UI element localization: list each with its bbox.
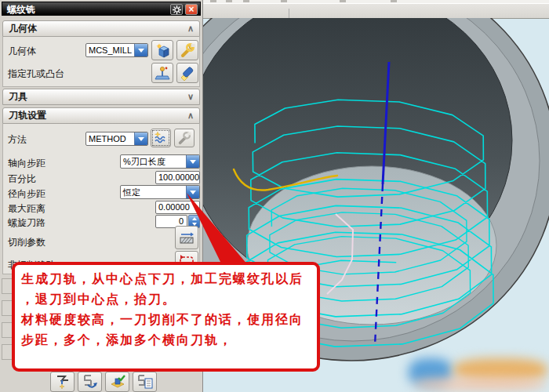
section-header-geometry[interactable]: 几何体 ∧ <box>2 20 200 37</box>
new-method-button[interactable] <box>151 129 171 147</box>
dialog-settings-button[interactable] <box>170 4 183 15</box>
geometry-label: 几何体 <box>8 45 36 58</box>
edit-method-button[interactable] <box>174 129 195 147</box>
hidden-section-stub <box>2 344 12 360</box>
specify-hole-button[interactable] <box>151 63 173 83</box>
section-body-geometry: 几何体 MCS_MILL 指定孔或凸台 <box>2 37 200 87</box>
new-geometry-button[interactable] <box>151 40 173 60</box>
replay-toolpath-button[interactable] <box>78 372 102 392</box>
wrench-disabled-icon <box>177 131 191 145</box>
dropdown-arrow-icon[interactable] <box>186 186 199 198</box>
highlight-button[interactable] <box>176 63 198 83</box>
max-distance-label: 最大距离 <box>8 202 45 216</box>
percent-input[interactable]: 100.00000 <box>155 171 200 184</box>
hidden-section-stub <box>2 300 12 316</box>
edit-geometry-button[interactable] <box>176 40 198 60</box>
callout-line: 材料硬度较高，一刀切削不了的话，使用径向 <box>21 310 311 330</box>
axial-step-select[interactable]: %刃口长度 <box>120 154 200 169</box>
cutting-params-button[interactable] <box>175 226 198 249</box>
dropdown-arrow-icon[interactable] <box>134 44 147 56</box>
wrench-icon <box>180 42 195 58</box>
verify-toolpath-button[interactable] <box>105 372 129 392</box>
section-header-path-settings[interactable]: 刀轨设置 ∧ <box>2 107 200 124</box>
chevron-down-icon[interactable]: ∨ <box>187 89 194 104</box>
hidden-section-stub <box>2 322 12 338</box>
chevron-up-icon[interactable]: ∧ <box>187 108 194 123</box>
max-distance-input[interactable]: 0.00000 <box>155 201 200 214</box>
section-body-path-settings: 方法 METHOD 轴向步距 %刃口长度 百分比 100.00 <box>2 124 200 274</box>
list-toolpath-icon <box>136 374 154 390</box>
callout-line: ，退刀到中心点，抬刀。 <box>21 289 311 310</box>
specify-hole-label: 指定孔或凸台 <box>8 67 64 81</box>
new-method-icon <box>154 131 168 145</box>
annotation-callout: 生成刀轨，从中心点下刀，加工完螺纹孔以后 ，退刀到中心点，抬刀。 材料硬度较高，… <box>12 262 320 372</box>
dialog-titlebar[interactable]: 螺纹铣 × <box>2 2 201 16</box>
helical-passes-label: 螺旋刀路 <box>8 216 45 230</box>
section-header-tool[interactable]: 刀具 ∨ <box>2 89 200 105</box>
flashlight-icon <box>180 65 195 81</box>
radial-step-label: 径向步距 <box>8 187 45 201</box>
callout-line: 生成刀轨，从中心点下刀，加工完螺纹孔以后 <box>21 269 311 289</box>
spinner-up-icon <box>192 217 197 220</box>
geometry-select[interactable]: MCS_MILL <box>85 43 148 57</box>
toolbar-band <box>202 3 549 19</box>
verify-toolpath-icon <box>109 374 126 390</box>
method-label: 方法 <box>8 133 27 147</box>
dialog-close-button[interactable]: × <box>185 4 198 15</box>
method-select[interactable]: METHOD <box>85 132 148 146</box>
radial-step-select[interactable]: 恒定 <box>120 185 200 199</box>
generate-toolpath-icon <box>54 374 71 390</box>
list-toolpath-button[interactable] <box>133 372 157 392</box>
percent-label: 百分比 <box>8 172 36 186</box>
close-icon: × <box>188 5 194 14</box>
new-geometry-icon <box>155 42 170 58</box>
generate-toolpath-button[interactable] <box>50 372 75 392</box>
dialog-title: 螺纹铣 <box>7 4 35 15</box>
replay-toolpath-icon <box>82 374 99 390</box>
gear-icon <box>173 5 181 14</box>
chevron-up-icon[interactable]: ∧ <box>187 21 194 36</box>
cutting-params-icon <box>178 229 195 246</box>
hidden-section-stub <box>2 278 12 294</box>
dropdown-arrow-icon[interactable] <box>186 155 199 168</box>
axial-step-label: 轴向步距 <box>8 157 45 170</box>
watermark-text-2 <box>414 377 546 391</box>
cutting-params-label: 切削参数 <box>8 236 45 249</box>
callout-line: 步距，多个，添加多个横向刀轨， <box>21 330 311 350</box>
select-object-icon <box>155 65 170 81</box>
dropdown-arrow-icon[interactable] <box>134 132 147 145</box>
